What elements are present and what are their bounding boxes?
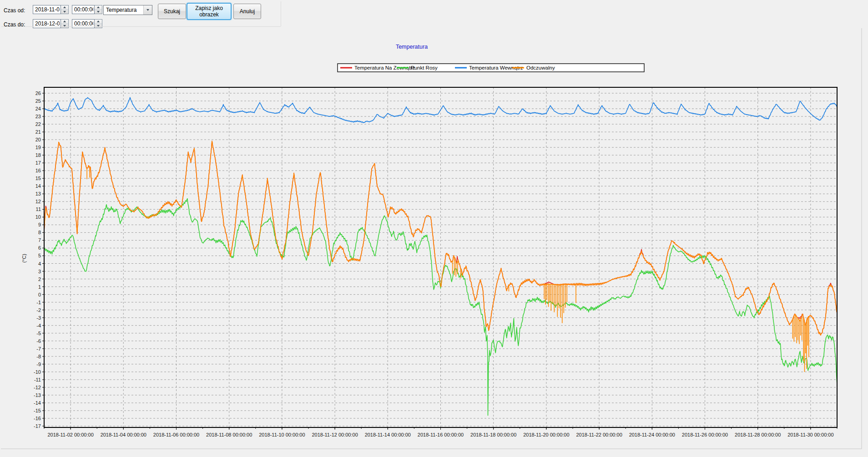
save-as-image-button[interactable]: Zapisz jako obrazek	[187, 3, 232, 20]
svg-text:8: 8	[38, 230, 41, 235]
svg-text:2018-11-28 00:00:00: 2018-11-28 00:00:00	[735, 432, 781, 437]
toolbar-separator-horizontal	[1, 26, 281, 27]
from-label: Czas od:	[4, 7, 25, 14]
legend: Temperatura Na ZewnątrzPunkt RosyTempera…	[338, 64, 644, 72]
svg-text:-1: -1	[36, 300, 41, 305]
svg-text:2018-11-06 00:00:00: 2018-11-06 00:00:00	[153, 432, 199, 437]
up-arrow-icon	[63, 6, 66, 8]
svg-text:9: 9	[38, 222, 41, 227]
chevron-down-icon	[146, 9, 149, 11]
axes: -17-16-15-14-13-12-11-10-9-8-7-6-5-4-3-2…	[34, 90, 837, 437]
svg-text:20: 20	[35, 137, 41, 142]
svg-text:-17: -17	[34, 423, 41, 429]
to-time-spin-down[interactable]	[95, 24, 102, 28]
svg-text:22: 22	[35, 121, 41, 127]
svg-text:26: 26	[35, 90, 41, 96]
svg-text:2018-11-14 00:00:00: 2018-11-14 00:00:00	[365, 432, 411, 437]
measurement-selected-value: Temperatura	[104, 7, 143, 13]
from-date-spinner	[61, 5, 69, 14]
svg-text:4: 4	[38, 261, 41, 266]
svg-text:7: 7	[38, 237, 41, 243]
svg-text:-3: -3	[36, 315, 41, 321]
svg-text:-10: -10	[34, 369, 41, 375]
svg-text:-14: -14	[34, 400, 41, 406]
from-time-spin-up[interactable]	[95, 5, 102, 10]
chart-title: Temperatura	[396, 44, 428, 50]
from-date-field	[33, 5, 69, 15]
svg-text:2018-11-12 00:00:00: 2018-11-12 00:00:00	[312, 432, 358, 437]
svg-text:0: 0	[38, 292, 41, 297]
svg-text:10: 10	[35, 214, 41, 220]
down-arrow-icon	[63, 11, 66, 13]
svg-text:-16: -16	[34, 416, 41, 421]
svg-text:-5: -5	[36, 331, 41, 336]
svg-text:-6: -6	[36, 338, 41, 344]
svg-text:21: 21	[35, 129, 41, 135]
up-arrow-icon	[97, 20, 100, 22]
svg-text:2018-11-26 00:00:00: 2018-11-26 00:00:00	[682, 432, 728, 437]
svg-text:-2: -2	[36, 307, 41, 313]
down-arrow-icon	[97, 11, 100, 13]
grid	[44, 87, 837, 427]
measurement-select[interactable]: Temperatura	[103, 5, 152, 15]
svg-text:2018-11-20 00:00:00: 2018-11-20 00:00:00	[523, 432, 569, 437]
svg-text:2018-11-04 00:00:00: 2018-11-04 00:00:00	[101, 432, 146, 437]
cancel-button[interactable]: Anuluj	[233, 4, 261, 19]
svg-text:2018-11-24 00:00:00: 2018-11-24 00:00:00	[629, 432, 675, 437]
from-date-spin-up[interactable]	[61, 5, 68, 10]
to-date-spin-down[interactable]	[61, 24, 68, 28]
svg-text:-12: -12	[34, 385, 41, 390]
temperature-chart: Temperatura-17-16-15-14-13-12-11-10-9-8-…	[0, 0, 868, 457]
svg-text:5: 5	[38, 253, 41, 258]
svg-text:-8: -8	[36, 354, 41, 359]
svg-text:3: 3	[38, 269, 41, 274]
svg-text:19: 19	[35, 145, 41, 150]
svg-text:13: 13	[35, 191, 41, 196]
combo-arrow-zone[interactable]	[143, 5, 152, 15]
svg-text:2018-11-22 00:00:00: 2018-11-22 00:00:00	[576, 432, 622, 437]
from-time-field	[72, 5, 102, 15]
to-time-spinner	[95, 19, 102, 28]
svg-text:Odczuwalny: Odczuwalny	[526, 65, 555, 70]
svg-text:17: 17	[35, 160, 41, 166]
svg-text:-13: -13	[34, 392, 41, 398]
svg-text:6: 6	[38, 245, 41, 251]
svg-text:-9: -9	[36, 362, 41, 367]
to-date-spin-up[interactable]	[61, 20, 68, 24]
to-time-spin-up[interactable]	[95, 20, 102, 24]
svg-text:2018-11-08 00:00:00: 2018-11-08 00:00:00	[206, 432, 252, 437]
from-date-input[interactable]	[33, 5, 61, 14]
svg-text:2018-11-16 00:00:00: 2018-11-16 00:00:00	[418, 432, 464, 437]
to-date-spinner	[61, 19, 69, 28]
svg-text:-15: -15	[34, 408, 41, 413]
svg-text:2: 2	[38, 276, 41, 282]
search-button[interactable]: Szukaj	[158, 4, 186, 19]
svg-text:-4: -4	[36, 323, 41, 328]
from-time-input[interactable]	[72, 5, 95, 14]
from-time-spin-down[interactable]	[95, 10, 102, 14]
query-toolbar: Czas od: Czas do: Temperatura Szukaj	[0, 0, 868, 28]
svg-text:2018-11-10 00:00:00: 2018-11-10 00:00:00	[259, 432, 305, 437]
svg-text:2018-11-02 00:00:00: 2018-11-02 00:00:00	[47, 432, 93, 437]
from-date-spin-down[interactable]	[61, 10, 68, 14]
series-temperatura-wewn-trz	[44, 97, 837, 123]
y-axis-label: (°C)	[21, 254, 27, 263]
from-time-spinner	[95, 5, 102, 14]
to-time-field	[72, 19, 102, 29]
svg-text:11: 11	[36, 206, 41, 212]
svg-text:16: 16	[35, 168, 41, 173]
svg-text:2018-11-30 00:00:00: 2018-11-30 00:00:00	[787, 432, 833, 437]
to-time-input[interactable]	[72, 19, 95, 28]
toolbar-separator-vertical	[281, 1, 281, 26]
svg-text:25: 25	[35, 98, 41, 104]
svg-text:-11: -11	[34, 377, 41, 382]
svg-text:-7: -7	[36, 346, 41, 352]
svg-text:12: 12	[35, 199, 41, 204]
svg-text:14: 14	[35, 183, 41, 189]
to-date-input[interactable]	[33, 19, 61, 28]
svg-text:1: 1	[38, 284, 41, 290]
svg-text:15: 15	[35, 176, 41, 181]
svg-text:2018-11-18 00:00:00: 2018-11-18 00:00:00	[470, 432, 516, 437]
svg-text:23: 23	[35, 114, 41, 119]
up-arrow-icon	[97, 6, 100, 8]
